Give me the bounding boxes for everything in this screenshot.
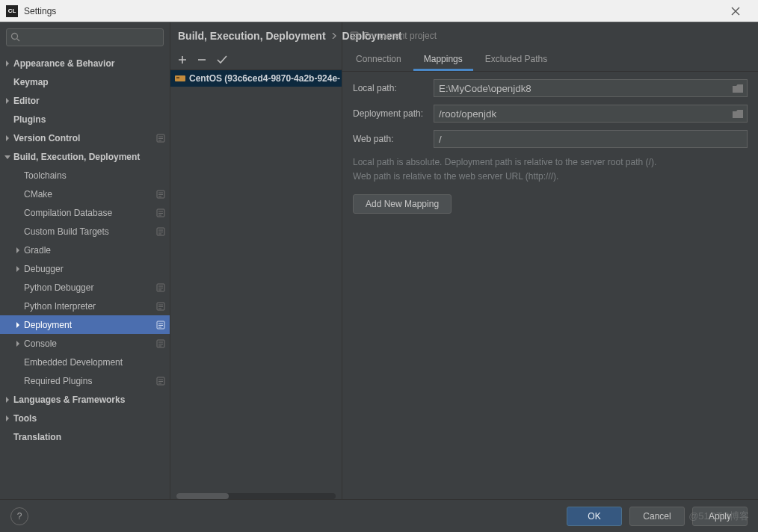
horizontal-scrollbar[interactable] — [176, 493, 336, 499]
chevron-right-icon — [4, 415, 12, 421]
svg-rect-29 — [158, 327, 161, 327]
svg-rect-8 — [158, 194, 163, 195]
server-list[interactable]: CentOS (93c6ced4-9870-4a2b-924e- — [170, 70, 342, 499]
folder-icon[interactable] — [733, 110, 743, 118]
chevron-right-icon — [4, 397, 12, 403]
svg-rect-31 — [158, 341, 163, 342]
svg-rect-28 — [158, 325, 163, 326]
svg-rect-17 — [158, 233, 161, 234]
remove-server-button[interactable] — [197, 55, 206, 64]
svg-rect-36 — [158, 381, 163, 382]
svg-rect-39 — [176, 77, 179, 78]
apply-button[interactable]: Apply — [692, 507, 748, 526]
tree-item-label: Custom Build Targets — [24, 226, 153, 237]
cancel-button[interactable]: Cancel — [629, 507, 685, 526]
project-badge-icon — [156, 190, 165, 199]
svg-rect-7 — [158, 192, 163, 193]
svg-rect-43 — [352, 38, 355, 39]
tree-item-label: Python Interpreter — [24, 301, 153, 312]
svg-rect-24 — [158, 306, 163, 307]
ok-button[interactable]: OK — [567, 507, 622, 526]
tree-item[interactable]: Required Plugins — [0, 371, 170, 390]
tree-item[interactable]: Plugins — [0, 110, 170, 129]
tree-item[interactable]: Appearance & Behavior — [0, 54, 170, 72]
tree-item-label: Toolchains — [24, 170, 165, 181]
checkmark-icon[interactable] — [217, 55, 227, 64]
tree-item[interactable]: Debugger — [0, 259, 170, 278]
project-badge-icon — [156, 377, 165, 386]
chevron-right-icon — [15, 247, 22, 253]
svg-rect-20 — [158, 288, 163, 288]
tree-item[interactable]: CMake — [0, 185, 170, 203]
tree-item[interactable]: Translation — [0, 427, 170, 446]
tree-item-label: CMake — [24, 189, 153, 200]
deployment-path-label: Deployment path: — [353, 108, 434, 119]
tree-item[interactable]: Languages & Frameworks — [0, 390, 170, 409]
svg-rect-11 — [158, 211, 163, 211]
tree-item-label: Deployment — [24, 320, 153, 330]
svg-rect-42 — [352, 36, 357, 37]
tree-item-label: Editor — [13, 96, 165, 106]
tree-item[interactable]: Keymap — [0, 72, 170, 91]
tree-item[interactable]: Version Control — [0, 129, 170, 147]
svg-rect-3 — [158, 136, 163, 137]
svg-rect-37 — [158, 383, 161, 383]
tree-item-label: Languages & Frameworks — [13, 395, 165, 405]
tree-item[interactable]: Tools — [0, 409, 170, 427]
deployment-path-input[interactable] — [434, 105, 748, 123]
mappings-form: Local path: Deployment path: — [342, 72, 758, 221]
close-icon[interactable] — [731, 7, 752, 16]
settings-tree-panel: Appearance & BehaviorKeymapEditorPlugins… — [0, 22, 170, 499]
chevron-right-icon — [15, 266, 22, 272]
tree-item-label: Debugger — [24, 264, 165, 274]
tree-item[interactable]: Embedded Development — [0, 353, 170, 371]
project-badge-icon — [156, 339, 165, 348]
project-badge-icon — [156, 321, 165, 330]
app-icon: CL — [6, 5, 18, 17]
help-button[interactable]: ? — [10, 507, 28, 525]
chevron-right-icon — [4, 135, 12, 141]
tree-item[interactable]: Deployment — [0, 315, 170, 334]
svg-rect-27 — [158, 323, 163, 324]
tree-item-label: Console — [24, 338, 153, 349]
tree-item[interactable]: Custom Build Targets — [0, 222, 170, 241]
svg-rect-13 — [158, 214, 161, 215]
tree-item[interactable]: Python Interpreter — [0, 297, 170, 315]
web-path-input[interactable] — [434, 130, 748, 148]
deployment-content: For current project Connection Mappings … — [342, 22, 758, 499]
tree-item-label: Python Debugger — [24, 282, 153, 293]
project-badge-icon — [156, 227, 165, 236]
svg-rect-4 — [158, 138, 163, 139]
dialog-footer: ? OK Cancel Apply — [0, 499, 758, 532]
svg-rect-15 — [158, 229, 163, 230]
tab-mappings[interactable]: Mappings — [413, 49, 473, 71]
server-item[interactable]: CentOS (93c6ced4-9870-4a2b-924e- — [170, 70, 342, 87]
tree-item[interactable]: Gradle — [0, 241, 170, 259]
svg-rect-16 — [158, 232, 163, 232]
tree-item[interactable]: Compilation Database — [0, 203, 170, 222]
project-badge-icon — [156, 208, 165, 217]
add-new-mapping-button[interactable]: Add New Mapping — [353, 194, 452, 214]
chevron-right-icon — [4, 61, 12, 66]
tab-connection[interactable]: Connection — [345, 49, 412, 71]
project-scope-hint: For current project — [342, 22, 758, 49]
tree-item[interactable]: Console — [0, 334, 170, 353]
tree-item[interactable]: Toolchains — [0, 166, 170, 185]
server-list-panel: Build, Execution, Deployment Deployment — [170, 22, 342, 499]
titlebar: CL Settings — [0, 0, 758, 22]
svg-rect-33 — [158, 345, 161, 346]
tab-excluded-paths[interactable]: Excluded Paths — [475, 49, 558, 71]
search-input[interactable] — [6, 28, 164, 46]
tree-item[interactable]: Build, Execution, Deployment — [0, 147, 170, 166]
tree-item[interactable]: Editor — [0, 91, 170, 110]
scrollbar-thumb[interactable] — [176, 493, 229, 499]
tree-item-label: Tools — [13, 413, 165, 424]
add-server-button[interactable] — [178, 55, 187, 64]
window-title: Settings — [24, 6, 731, 16]
tree-item[interactable]: Python Debugger — [0, 278, 170, 297]
server-icon — [175, 74, 185, 83]
folder-icon[interactable] — [733, 84, 743, 93]
settings-tree[interactable]: Appearance & BehaviorKeymapEditorPlugins… — [0, 51, 170, 499]
svg-rect-12 — [158, 213, 163, 214]
local-path-input[interactable] — [434, 79, 748, 97]
